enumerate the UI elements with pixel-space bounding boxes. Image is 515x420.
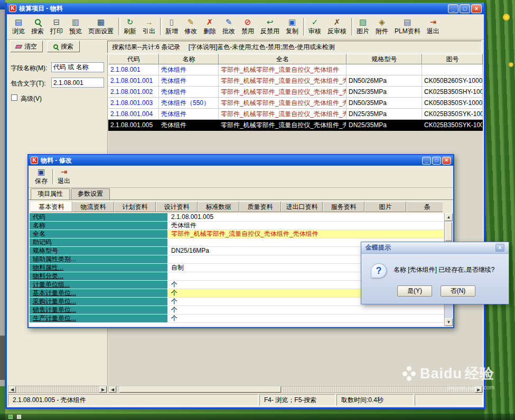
edit-titlebar[interactable]: K 物料 - 修改 _ □ × bbox=[29, 155, 453, 166]
table-row[interactable]: 2.1.08.001.001 壳体组件 零部件_机械零部件_流量自控仪_壳体组件… bbox=[108, 75, 483, 87]
subtab-logistics[interactable]: 物流资料 bbox=[72, 202, 114, 212]
scrollbar-track[interactable] bbox=[116, 386, 475, 393]
form-field-label[interactable]: 辅助属性类别... bbox=[30, 255, 168, 264]
form-field-value[interactable]: 壳体组件 bbox=[168, 222, 444, 230]
advanced-checkbox[interactable] bbox=[11, 94, 17, 101]
form-field-label[interactable]: 代码 bbox=[30, 213, 168, 222]
form-field-label[interactable]: 助记码 bbox=[30, 238, 168, 247]
table-row[interactable]: 2.1.08.001.003 壳体组件（550） 零部件_机械零部件_流量自控仪… bbox=[108, 98, 483, 109]
table-row[interactable]: 2.1.08.001.002 壳体组件 零部件_机械零部件_流量自控仪_壳体组件… bbox=[108, 87, 483, 98]
main-titlebar[interactable]: K 核算项目 - 物料 _ □ × bbox=[7, 3, 484, 14]
subtab-barcode[interactable]: 条 bbox=[406, 202, 443, 212]
minimize-button[interactable]: _ bbox=[448, 4, 458, 13]
column-header-code[interactable]: 代码 bbox=[108, 54, 159, 64]
subtab-import-export[interactable]: 进出口资料 bbox=[281, 202, 323, 212]
scroll-up-icon[interactable]: ▲ bbox=[445, 213, 453, 221]
form-field-value[interactable]: 个 bbox=[168, 314, 444, 323]
form-field-label[interactable]: 基本计量单位... bbox=[30, 289, 168, 298]
scrollbar-thumb[interactable] bbox=[445, 222, 452, 241]
subtab-planning[interactable]: 计划资料 bbox=[114, 202, 156, 212]
taskbar[interactable] bbox=[0, 414, 515, 420]
eraser-icon bbox=[15, 45, 23, 49]
maximize-button[interactable]: □ bbox=[460, 4, 470, 13]
form-field-value[interactable]: 2.1.08.001.005 bbox=[168, 213, 444, 222]
edit-toolbar-button-save[interactable]: ▣ 保存 bbox=[32, 166, 51, 187]
form-field-value[interactable]: 个 bbox=[168, 306, 444, 314]
cell-name: 壳体组件（550） bbox=[159, 98, 219, 109]
close-button[interactable]: × bbox=[471, 4, 482, 13]
tab-item-properties[interactable]: 项目属性 bbox=[31, 188, 70, 199]
yes-button[interactable]: 是(Y) bbox=[397, 285, 432, 297]
subtab-design[interactable]: 设计资料 bbox=[156, 202, 198, 212]
field-name-select[interactable] bbox=[51, 62, 104, 72]
table-row[interactable]: 2.1.08.001 壳体组件 零部件_机械零部件_流量自控仪_壳体组件 bbox=[108, 64, 483, 75]
column-header-drawing[interactable]: 图号 bbox=[422, 54, 483, 64]
table-hscrollbar[interactable]: ◀ ▶ bbox=[108, 386, 483, 393]
toolbar-button-exit[interactable]: ⇥ 退出 bbox=[424, 15, 443, 38]
no-button[interactable]: 否(N) bbox=[441, 285, 475, 297]
column-header-name[interactable]: 名称 bbox=[159, 54, 219, 64]
scrollbar-track[interactable] bbox=[16, 386, 99, 393]
search-button[interactable]: 搜索 bbox=[47, 41, 80, 52]
toolbar-icon: ⊘ bbox=[245, 18, 251, 26]
toolbar-button-attachment[interactable]: ◈ 附件 bbox=[372, 15, 391, 38]
tab-parameter-settings[interactable]: 参数设置 bbox=[71, 188, 110, 199]
toolbar-button-modify[interactable]: ✎ 修改 bbox=[181, 15, 200, 38]
edit-toolbar-button-exit[interactable]: ⇥ 退出 bbox=[54, 166, 73, 187]
form-field-label[interactable]: 名称 bbox=[30, 222, 168, 230]
subtab-service[interactable]: 服务资料 bbox=[323, 202, 364, 212]
close-icon[interactable]: × bbox=[495, 244, 504, 252]
cell-spec: DN25/35MPa bbox=[347, 120, 422, 131]
toolbar-button-copy[interactable]: ▣ 复制 bbox=[283, 15, 302, 38]
minimize-button[interactable]: _ bbox=[422, 157, 431, 165]
toolbar-button-preview[interactable]: ▥ 预览 bbox=[66, 15, 85, 38]
subtab-quality[interactable]: 质量资料 bbox=[239, 202, 281, 212]
column-header-spec[interactable]: 规格型号 bbox=[347, 54, 422, 64]
toolbar-button-unapprove[interactable]: ✗ 反审核 bbox=[324, 15, 350, 38]
maximize-button[interactable]: □ bbox=[432, 157, 441, 165]
scroll-left-icon[interactable]: ◀ bbox=[109, 386, 116, 393]
toolbar-button-approve[interactable]: ✓ 审核 bbox=[305, 15, 324, 38]
toolbar-button-browse[interactable]: ▤ 浏览 bbox=[9, 15, 28, 38]
clear-button[interactable]: 清空 bbox=[10, 41, 43, 52]
table-row[interactable]: 2.1.08.001.004 壳体组件 零部件_机械零部件_流量自控仪_壳体组件… bbox=[108, 109, 483, 120]
form-field-label[interactable]: 全名 bbox=[30, 230, 168, 238]
scrollbar-thumb[interactable] bbox=[119, 386, 281, 393]
toolbar-button-enable[interactable]: ↩ 反禁用 bbox=[257, 15, 283, 38]
subtab-picture[interactable]: 图片 bbox=[364, 202, 406, 212]
taskbar-icon[interactable] bbox=[17, 415, 21, 419]
toolbar-button-delete[interactable]: ✗ 删除 bbox=[200, 15, 219, 38]
form-row: 全名 零部件_机械零部件_流量自控仪_壳体组件_壳体组件 bbox=[30, 230, 444, 238]
table-row[interactable]: 2.1.08.001.005 壳体组件 零部件_机械零部件_流量自控仪_壳体组件… bbox=[108, 120, 483, 131]
toolbar-button-picture[interactable]: ▨ 图片 bbox=[353, 15, 372, 38]
form-field-label[interactable]: 计量单位组... bbox=[30, 281, 168, 289]
scroll-right-icon[interactable]: ▶ bbox=[475, 386, 482, 393]
form-field-label[interactable]: 采购计量单位... bbox=[30, 298, 168, 306]
toolbar-button-plm[interactable]: ▤ PLM资料 bbox=[391, 15, 424, 38]
toolbar-button-new[interactable]: ▯ 新增 bbox=[162, 15, 181, 38]
toolbar-button-refresh[interactable]: ↻ 刷新 bbox=[120, 15, 139, 38]
scroll-down-icon[interactable]: ▼ bbox=[445, 318, 453, 326]
form-field-label[interactable]: 销售计量单位... bbox=[30, 306, 168, 314]
scroll-left-icon[interactable]: ◀ bbox=[8, 386, 16, 393]
contains-text-input[interactable] bbox=[51, 78, 104, 88]
toolbar-button-print[interactable]: ⊟ 打印 bbox=[47, 15, 66, 38]
close-button[interactable]: × bbox=[442, 157, 451, 165]
scroll-right-icon[interactable]: ▶ bbox=[99, 386, 107, 393]
subtab-standard-data[interactable]: 标准数据 bbox=[198, 202, 239, 212]
form-field-label[interactable]: 生产计量单位... bbox=[30, 314, 168, 323]
form-field-value[interactable]: 零部件_机械零部件_流量自控仪_壳体组件_壳体组件 bbox=[168, 230, 444, 238]
form-field-label[interactable]: 物料分类... bbox=[30, 272, 168, 281]
column-header-fullname[interactable]: 全名 bbox=[219, 54, 347, 64]
toolbar-button-export[interactable]: → 引出 bbox=[139, 15, 158, 38]
toolbar-button-page-setup[interactable]: ▦ 页面设置 bbox=[85, 15, 117, 38]
toolbar-button-search[interactable]: 搜索 bbox=[28, 15, 47, 38]
subtab-basic-info[interactable]: 基本资料 bbox=[31, 202, 72, 212]
toolbar-button-disable[interactable]: ⊘ 禁用 bbox=[238, 15, 257, 38]
filter-panel-hscrollbar[interactable]: ◀ ▶ bbox=[8, 386, 107, 393]
taskbar-icon[interactable] bbox=[8, 415, 13, 419]
toolbar-button-batch-edit[interactable]: ✎ 批改 bbox=[219, 15, 238, 38]
form-field-label[interactable]: 物料属性... bbox=[30, 264, 168, 272]
prompt-titlebar[interactable]: 金蝶提示 × bbox=[361, 242, 509, 254]
form-field-label[interactable]: 规格型号 bbox=[30, 247, 168, 255]
